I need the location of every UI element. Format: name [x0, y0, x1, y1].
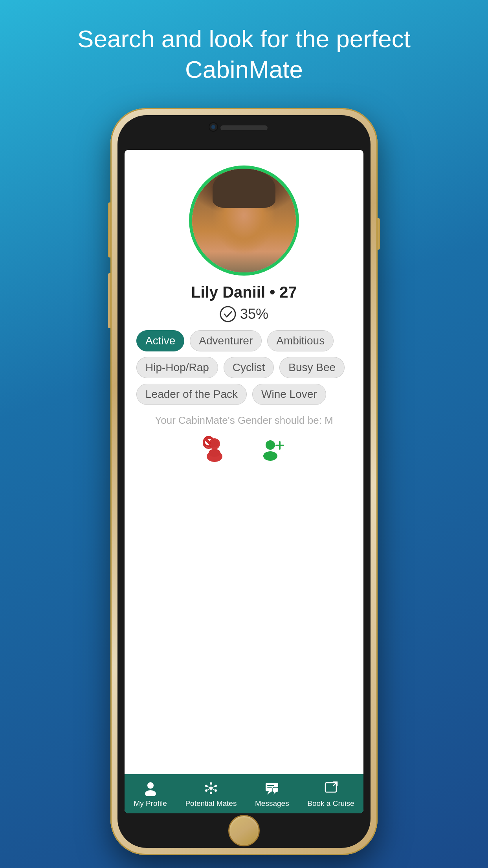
tag-adventurer[interactable]: Adventurer [190, 330, 262, 351]
add-friend-button[interactable] [260, 436, 287, 463]
action-buttons [136, 436, 352, 463]
avatar [189, 166, 299, 276]
nav-cruise-label: Book a Cruise [307, 799, 354, 808]
phone-inner: Lily Daniil • 27 35% ActiveAdventurerAmb… [117, 115, 371, 848]
nav-messages[interactable]: Messages [255, 780, 289, 808]
tag-busy-bee[interactable]: Busy Bee [279, 357, 345, 378]
reject-button[interactable] [201, 436, 228, 463]
nav-profile-label: My Profile [134, 799, 167, 808]
avatar-image [192, 169, 296, 272]
tag-wine-lover[interactable]: Wine Lover [252, 384, 326, 405]
tags-container: ActiveAdventurerAmbitiousHip-Hop/RapCycl… [136, 330, 352, 405]
headline-line2: CabinMate [185, 56, 303, 83]
app-headline: Search and look for the perfect CabinMat… [46, 24, 442, 85]
tag-cyclist[interactable]: Cyclist [224, 357, 274, 378]
nav-messages-label: Messages [255, 799, 289, 808]
svg-point-9 [266, 440, 275, 450]
nav-my-profile[interactable]: My Profile [134, 780, 167, 808]
svg-marker-33 [273, 792, 276, 794]
bottom-nav: My Profile [125, 774, 363, 813]
nav-messages-icon [263, 780, 281, 797]
phone-screen: Lily Daniil • 27 35% ActiveAdventurerAmb… [125, 150, 363, 813]
svg-point-14 [145, 790, 156, 796]
svg-point-13 [147, 782, 154, 789]
headline-line1: Search and look for the perfect [77, 25, 411, 52]
tag-leader-of-the-pack[interactable]: Leader of the Pack [136, 384, 247, 405]
svg-rect-31 [267, 787, 272, 788]
tag-hip-hop-rap[interactable]: Hip-Hop/Rap [136, 357, 218, 378]
svg-point-6 [209, 449, 220, 457]
person-face [192, 169, 296, 272]
home-button[interactable] [228, 815, 260, 846]
nav-profile-icon [142, 780, 159, 797]
phone-shell: Lily Daniil • 27 35% ActiveAdventurerAmb… [110, 108, 378, 855]
tag-active[interactable]: Active [136, 330, 184, 351]
gender-preference: Your CabinMate's Gender should be: M [155, 414, 333, 427]
nav-mates-label: Potential Mates [185, 799, 237, 808]
svg-rect-32 [273, 787, 278, 792]
screen-content: Lily Daniil • 27 35% ActiveAdventurerAmb… [125, 150, 363, 774]
svg-rect-30 [267, 785, 274, 786]
svg-marker-29 [267, 791, 272, 794]
user-name-age: Lily Daniil • 27 [191, 283, 297, 301]
percent-label: 35% [240, 306, 268, 322]
phone-mockup: Lily Daniil • 27 35% ActiveAdventurerAmb… [110, 108, 378, 855]
nav-cruise-icon [322, 780, 339, 797]
nav-potential-mates[interactable]: Potential Mates [185, 780, 237, 808]
add-friend-icon [260, 436, 287, 463]
phone-speaker [220, 125, 268, 130]
checkmark-icon [220, 306, 236, 322]
phone-camera [209, 122, 218, 132]
svg-point-10 [263, 451, 277, 461]
match-percentage: 35% [220, 306, 268, 322]
tag-ambitious[interactable]: Ambitious [267, 330, 334, 351]
nav-book-cruise[interactable]: Book a Cruise [307, 780, 354, 808]
nav-mates-icon [202, 780, 220, 797]
svg-point-0 [220, 307, 235, 322]
reject-icon [201, 436, 228, 463]
